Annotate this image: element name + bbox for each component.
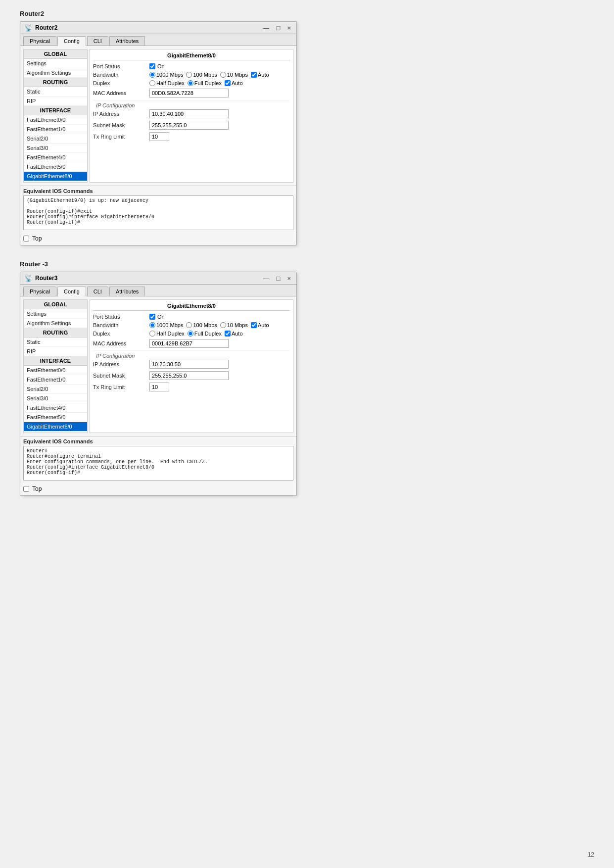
- sidebar-item-static-r3[interactable]: Static: [24, 338, 87, 347]
- router3-duplex-auto: Auto: [225, 331, 243, 337]
- sidebar-group-interface-r2: INTERFACE: [24, 106, 87, 115]
- router3-window: 📡 Router3 — □ × Physical Config CLI Attr…: [20, 272, 297, 496]
- router3-bw-100-radio[interactable]: [186, 322, 192, 328]
- router2-bw-100: 100 Mbps: [186, 72, 217, 78]
- router2-subnet-input[interactable]: [149, 121, 229, 130]
- router2-body: GLOBAL Settings Algorithm Settings ROUTI…: [20, 46, 296, 186]
- router3-bw-10: 10 Mbps: [220, 322, 248, 328]
- router2-txring-input[interactable]: [149, 132, 169, 141]
- tab-cli-r2[interactable]: CLI: [87, 36, 108, 46]
- router2-top-checkbox[interactable]: [23, 236, 29, 241]
- tab-config-r3[interactable]: Config: [57, 287, 86, 296]
- router3-top-label: Top: [32, 485, 42, 492]
- router-icon: 📡: [24, 24, 33, 32]
- router3-ip-row: IP Address: [93, 360, 290, 369]
- sidebar-item-fe50-r2[interactable]: FastEthernet5/0: [24, 162, 87, 172]
- sidebar-item-ge90-r2[interactable]: GigabitEthernet9/0: [24, 181, 87, 183]
- tab-physical-r2[interactable]: Physical: [23, 36, 56, 46]
- sidebar-item-rip-r2[interactable]: RIP: [24, 96, 87, 106]
- router2-mac-input[interactable]: [149, 89, 229, 97]
- router3-minimize-btn[interactable]: —: [262, 275, 271, 282]
- sidebar-item-s20-r3[interactable]: Serial2/0: [24, 385, 87, 394]
- router2-full-duplex-radio[interactable]: [188, 80, 193, 86]
- sidebar-item-fe40-r3[interactable]: FastEthernet4/0: [24, 403, 87, 413]
- router3-subnet-input[interactable]: [149, 371, 229, 380]
- router2-ip-input[interactable]: [149, 109, 229, 118]
- sidebar-item-fe10-r3[interactable]: FastEthernet1/0: [24, 375, 87, 385]
- router2-minimize-btn[interactable]: —: [262, 24, 271, 32]
- router3-half-duplex-label: Half Duplex: [156, 331, 185, 337]
- router3-close-btn[interactable]: ×: [285, 275, 292, 282]
- router2-bandwidth-label: Bandwidth: [93, 72, 147, 78]
- router2-bw-10-radio[interactable]: [220, 72, 226, 78]
- tab-cli-r3[interactable]: CLI: [87, 287, 108, 296]
- router2-cli-box[interactable]: (GigabitEthernet9/0) is up: new adjacenc…: [23, 195, 293, 230]
- sidebar-item-s30-r2[interactable]: Serial3/0: [24, 144, 87, 153]
- sidebar-item-algorithm-r2[interactable]: Algorithm Settings: [24, 68, 87, 78]
- router2-port-status-label: Port Status: [93, 63, 147, 69]
- router3-bw-100-label: 100 Mbps: [193, 322, 217, 328]
- router3-bw-1000-radio[interactable]: [149, 322, 155, 328]
- router3-equivalent-label: Equivalent IOS Commands: [23, 438, 293, 444]
- router3-mac-input[interactable]: [149, 339, 229, 348]
- sidebar-item-fe50-r3[interactable]: FastEthernet5/0: [24, 413, 87, 422]
- router2-duplex-row: Duplex Half Duplex Full Duplex Auto: [93, 80, 290, 86]
- router3-maximize-btn[interactable]: □: [275, 275, 282, 282]
- router3-duplex-auto-label: Auto: [232, 331, 243, 337]
- router2-close-btn[interactable]: ×: [285, 24, 292, 32]
- router3-port-status-checkbox[interactable]: [149, 314, 155, 320]
- router2-section: Router2 📡 Router2 — □ × Physical Config …: [20, 10, 594, 245]
- router3-panel-header: GigabitEthernet8/0: [93, 303, 290, 311]
- router2-ip-label: IP Address: [93, 111, 147, 117]
- router3-txring-input[interactable]: [149, 383, 169, 391]
- router2-window-controls: — □ ×: [262, 24, 292, 32]
- router3-subnet-label: Subnet Mask: [93, 373, 147, 379]
- tab-attributes-r3[interactable]: Attributes: [109, 287, 145, 296]
- tab-attributes-r2[interactable]: Attributes: [109, 36, 145, 46]
- router3-half-duplex-radio[interactable]: [149, 331, 155, 337]
- router3-bottom: Equivalent IOS Commands Router# Router#c…: [20, 436, 296, 482]
- sidebar-item-fe40-r2[interactable]: FastEthernet4/0: [24, 153, 87, 162]
- sidebar-item-algorithm-r3[interactable]: Algorithm Settings: [24, 319, 87, 328]
- router3-bandwidth-row: Bandwidth 1000 Mbps 100 Mbps 10 Mbps: [93, 322, 290, 328]
- router3-ip-input[interactable]: [149, 360, 229, 369]
- router3-duplex-row: Duplex Half Duplex Full Duplex Auto: [93, 331, 290, 337]
- router3-full-duplex: Full Duplex: [188, 331, 222, 337]
- sidebar-item-fe00-r2[interactable]: FastEthernet0/0: [24, 115, 87, 125]
- sidebar-item-s30-r3[interactable]: Serial3/0: [24, 394, 87, 403]
- router3-sidebar: GLOBAL Settings Algorithm Settings ROUTI…: [23, 299, 88, 433]
- router3-cli-box[interactable]: Router# Router#configure terminal Enter …: [23, 446, 293, 481]
- router2-port-status-checkbox[interactable]: [149, 63, 155, 69]
- router3-top-checkbox[interactable]: [23, 486, 29, 492]
- router2-half-duplex-radio[interactable]: [149, 80, 155, 86]
- router3-duplex-auto-checkbox[interactable]: [225, 331, 231, 337]
- router2-port-status-row: Port Status On: [93, 63, 290, 69]
- tab-physical-r3[interactable]: Physical: [23, 287, 56, 296]
- sidebar-item-ge80-r3[interactable]: GigabitEthernet8/0: [24, 422, 87, 432]
- sidebar-item-static-r2[interactable]: Static: [24, 87, 87, 96]
- router2-bw-auto-checkbox[interactable]: [251, 72, 257, 78]
- sidebar-item-settings-r2[interactable]: Settings: [24, 59, 87, 68]
- router3-top-row: Top: [20, 482, 296, 495]
- sidebar-item-fe00-r3[interactable]: FastEthernet0/0: [24, 366, 87, 375]
- sidebar-item-ge90-r3[interactable]: GigabitEthernet9/0: [24, 432, 87, 433]
- router2-maximize-btn[interactable]: □: [275, 24, 282, 32]
- router2-txring-label: Tx Ring Limit: [93, 134, 147, 140]
- router3-mac-label: MAC Address: [93, 340, 147, 346]
- router3-bw-10-radio[interactable]: [220, 322, 226, 328]
- sidebar-item-s20-r2[interactable]: Serial2/0: [24, 134, 87, 144]
- router3-bandwidth-label: Bandwidth: [93, 322, 147, 328]
- sidebar-item-settings-r3[interactable]: Settings: [24, 309, 87, 319]
- router3-full-duplex-radio[interactable]: [188, 331, 193, 337]
- router2-bw-100-label: 100 Mbps: [193, 72, 217, 78]
- sidebar-item-ge80-r2[interactable]: GigabitEthernet8/0: [24, 172, 87, 181]
- router2-duplex-auto-checkbox[interactable]: [225, 80, 231, 86]
- router2-bw-100-radio[interactable]: [186, 72, 192, 78]
- router3-bw-auto-checkbox[interactable]: [251, 322, 257, 328]
- router3-bw-1000: 1000 Mbps: [149, 322, 183, 328]
- sidebar-item-fe10-r2[interactable]: FastEthernet1/0: [24, 125, 87, 134]
- tab-config-r2[interactable]: Config: [57, 36, 86, 46]
- sidebar-item-rip-r3[interactable]: RIP: [24, 347, 87, 356]
- router2-bw-1000-radio[interactable]: [149, 72, 155, 78]
- router3-port-status-row: Port Status On: [93, 314, 290, 320]
